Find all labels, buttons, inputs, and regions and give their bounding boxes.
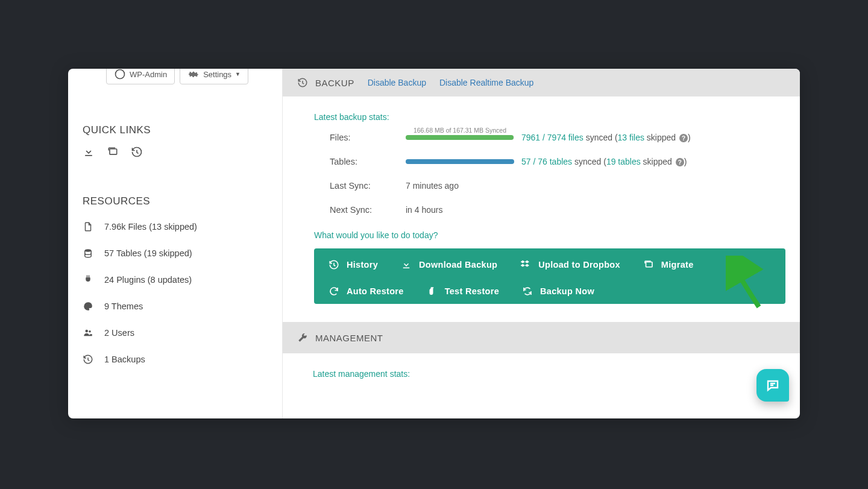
history-icon — [329, 259, 339, 270]
stat-row-last-sync: Last Sync: 7 minutes ago — [330, 174, 785, 198]
sidebar: WP-Admin Settings ▼ QUICK LINKS — [68, 69, 282, 418]
action-label: Backup Now — [540, 286, 594, 296]
latest-backup-stats-label: Latest backup stats: — [314, 112, 785, 122]
action-prompt: What would you like to do today? — [314, 230, 785, 240]
folders-icon[interactable] — [107, 146, 119, 158]
resource-users[interactable]: 2 Users — [83, 320, 268, 346]
auto-restore-button[interactable]: Auto Restore — [329, 286, 404, 297]
tables-progress-bar — [406, 159, 514, 164]
chat-icon — [766, 378, 780, 393]
migrate-button[interactable]: Migrate — [643, 259, 694, 270]
svg-point-2 — [85, 249, 92, 252]
wordpress-icon — [114, 69, 126, 80]
stat-label: Tables: — [330, 157, 406, 166]
action-label: Auto Restore — [347, 286, 404, 296]
download-backup-button[interactable]: Download Backup — [401, 259, 497, 270]
action-label: History — [347, 260, 378, 270]
resource-tables[interactable]: 57 Tables (19 skipped) — [83, 240, 268, 267]
management-title: MANAGEMENT — [315, 333, 383, 343]
latest-management-stats-label: Latest management stats: — [313, 369, 785, 379]
files-progress-bar: 166.68 MB of 167.31 MB Synced — [406, 135, 514, 140]
backup-now-button[interactable]: Backup Now — [522, 286, 594, 297]
resource-files[interactable]: 7.96k Files (13 skipped) — [83, 213, 268, 240]
main-column: BACKUP Disable Backup Disable Realtime B… — [282, 69, 800, 418]
files-bar-caption: 166.68 MB of 167.31 MB Synced — [406, 127, 514, 134]
dropbox-icon — [520, 259, 531, 270]
help-icon[interactable]: ? — [679, 134, 688, 142]
action-label: Upload to Dropbox — [538, 260, 620, 270]
svg-rect-5 — [646, 262, 652, 267]
tables-bar-fill — [406, 159, 514, 164]
action-label: Download Backup — [419, 260, 497, 270]
resource-label: 7.96k Files (13 skipped) — [104, 222, 197, 232]
resource-backups[interactable]: 1 Backups — [83, 346, 268, 373]
history-icon — [297, 77, 308, 88]
resource-themes[interactable]: 9 Themes — [83, 293, 268, 320]
stat-row-next-sync: Next Sync: in 4 hours — [330, 198, 785, 222]
resource-label: 2 Users — [104, 328, 134, 338]
database-icon — [83, 248, 93, 259]
last-sync-value: 7 minutes ago — [406, 181, 459, 191]
backup-panel-header: BACKUP Disable Backup Disable Realtime B… — [283, 69, 800, 96]
test-restore-button[interactable]: Test Restore — [427, 286, 499, 297]
download-icon — [401, 259, 412, 270]
disable-backup-link[interactable]: Disable Backup — [368, 78, 426, 87]
caret-down-icon: ▼ — [235, 71, 241, 77]
resource-label: 9 Themes — [104, 301, 143, 311]
svg-point-4 — [89, 330, 91, 333]
management-panel-body: Latest management stats: — [283, 353, 800, 394]
disable-realtime-backup-link[interactable]: Disable Realtime Backup — [439, 78, 533, 87]
help-icon[interactable]: ? — [676, 158, 684, 166]
file-icon — [83, 221, 93, 232]
stat-row-tables: Tables: 57 / 76 tables synced (19 tables… — [330, 150, 785, 174]
resources-heading: RESOURCES — [83, 195, 268, 207]
backup-title: BACKUP — [315, 78, 354, 88]
tables-stat-text: 57 / 76 tables synced (19 tables skipped… — [521, 157, 687, 167]
upload-dropbox-button[interactable]: Upload to Dropbox — [520, 259, 620, 270]
tables-skipped-link[interactable]: 19 tables — [606, 157, 641, 166]
stat-label: Next Sync: — [330, 205, 406, 215]
palette-icon — [83, 301, 93, 312]
wpadmin-button[interactable]: WP-Admin — [106, 69, 175, 84]
history-icon[interactable] — [131, 146, 143, 158]
top-pill-row: WP-Admin Settings ▼ — [106, 69, 248, 84]
svg-point-0 — [116, 70, 125, 79]
resource-plugins[interactable]: 24 Plugins (8 updates) — [83, 267, 268, 293]
chat-launcher-button[interactable] — [756, 369, 789, 402]
files-bar-fill — [406, 135, 514, 140]
resource-label: 24 Plugins (8 updates) — [104, 275, 192, 285]
wpadmin-label: WP-Admin — [130, 70, 167, 79]
svg-rect-1 — [110, 149, 117, 154]
files-skipped-link[interactable]: 13 files — [618, 133, 644, 142]
action-label: Migrate — [661, 260, 694, 270]
backup-panel-body: Latest backup stats: Files: 166.68 MB of… — [283, 96, 800, 322]
folders-icon — [643, 259, 654, 270]
dashboard-frame: WP-Admin Settings ▼ QUICK LINKS — [68, 69, 800, 418]
testtube-icon — [427, 286, 438, 297]
sync-icon — [522, 286, 533, 297]
plug-icon — [83, 274, 93, 285]
action-bar: History Download Backup Upload to Dropbo… — [314, 248, 785, 304]
wrench-icon — [297, 332, 308, 343]
stat-label: Last Sync: — [330, 181, 406, 191]
tables-count-link[interactable]: 57 / 76 tables — [521, 157, 572, 166]
svg-point-3 — [86, 330, 89, 333]
download-icon[interactable] — [83, 146, 95, 158]
settings-label: Settings — [203, 70, 231, 79]
stat-label: Files: — [330, 133, 406, 142]
next-sync-value: in 4 hours — [406, 205, 442, 215]
history-button[interactable]: History — [329, 259, 378, 270]
quick-links-heading: QUICK LINKS — [83, 124, 268, 136]
settings-button[interactable]: Settings ▼ — [180, 69, 248, 84]
refresh-icon — [329, 286, 339, 297]
gear-icon — [187, 69, 200, 80]
users-icon — [83, 327, 93, 338]
action-label: Test Restore — [445, 286, 499, 296]
stat-row-files: Files: 166.68 MB of 167.31 MB Synced 796… — [330, 125, 785, 150]
files-count-link[interactable]: 7961 / 7974 files — [521, 133, 583, 142]
management-panel-header: MANAGEMENT — [283, 322, 800, 353]
resource-label: 1 Backups — [104, 355, 145, 364]
resource-label: 57 Tables (19 skipped) — [104, 248, 192, 258]
files-stat-text: 7961 / 7974 files synced (13 files skipp… — [521, 133, 691, 143]
history-icon — [83, 354, 93, 365]
